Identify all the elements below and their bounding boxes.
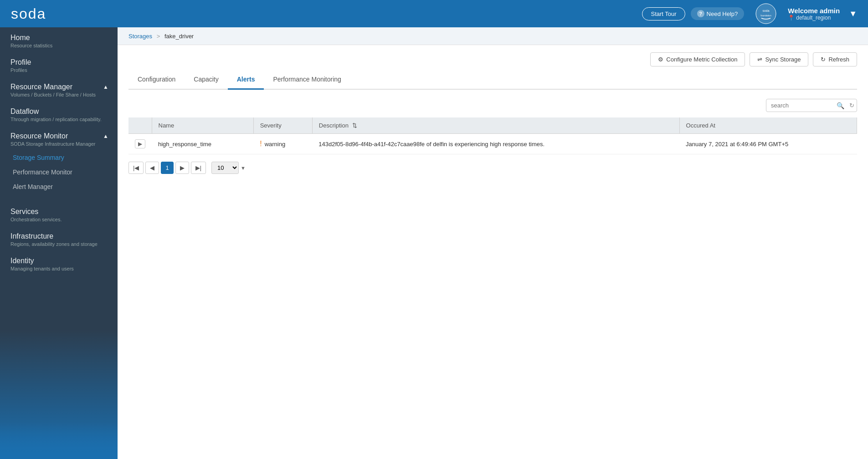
sidebar-item-resource-manager[interactable]: Resource Manager ▲ Volumes / Buckets / F… bbox=[0, 76, 118, 101]
pagination: |◀ ◀ 1 ▶ ▶| 10 20 50 100 ▼ bbox=[128, 162, 857, 174]
question-icon: ? bbox=[697, 10, 704, 17]
alerts-table: Name Severity Description ⇅ Occured At ▶ bbox=[128, 117, 857, 154]
sidebar-item-dataflow[interactable]: Dataflow Through migration / replication… bbox=[0, 101, 118, 126]
content-area: ⚙ Configure Metric Collection ⇌ Sync Sto… bbox=[118, 45, 868, 459]
sidebar-services-title: Services bbox=[10, 208, 108, 216]
sidebar-sub-performance-monitor[interactable]: Performance Monitor bbox=[0, 165, 118, 179]
prev-page-button[interactable]: ◀ bbox=[145, 162, 159, 174]
chevron-up-icon: ▲ bbox=[103, 84, 108, 90]
svg-text:soda: soda bbox=[763, 9, 770, 12]
sidebar-services-subtitle: Orchestration services. bbox=[10, 217, 108, 222]
sort-icon[interactable]: ⇅ bbox=[352, 122, 357, 129]
search-button[interactable]: 🔍 bbox=[837, 102, 844, 109]
breadcrumb-current: fake_driver bbox=[164, 33, 194, 40]
sidebar-profile-subtitle: Profiles bbox=[10, 67, 108, 73]
breadcrumb: Storages > fake_driver bbox=[128, 33, 194, 40]
col-description: Description ⇅ bbox=[312, 117, 679, 134]
main-layout: Home Resource statistics Profile Profile… bbox=[0, 27, 868, 459]
page-1-button[interactable]: 1 bbox=[161, 162, 173, 174]
page-size-select[interactable]: 10 20 50 100 bbox=[211, 162, 239, 174]
sidebar-resource-manager-title: Resource Manager ▲ bbox=[10, 83, 108, 91]
refresh-button[interactable]: ↻ Refresh bbox=[813, 52, 857, 66]
col-name: Name bbox=[152, 117, 253, 134]
configure-metric-button[interactable]: ⚙ Configure Metric Collection bbox=[650, 52, 745, 66]
sync-icon: ⇌ bbox=[757, 56, 762, 63]
sidebar-resource-monitor-subtitle: SODA Storage Infrastructure Manager bbox=[10, 141, 108, 147]
table-toolbar: 🔍 ↻ bbox=[128, 99, 857, 112]
location-icon: 📍 bbox=[788, 15, 795, 21]
svg-text:foundation: foundation bbox=[761, 14, 772, 17]
col-severity: Severity bbox=[253, 117, 312, 134]
dropdown-arrow: ▼ bbox=[241, 165, 246, 171]
app-header: soda Start Tour ? Need Help? soda founda… bbox=[0, 0, 868, 27]
cell-name: high_response_time bbox=[152, 134, 253, 154]
sidebar-resource-manager-subtitle: Volumes / Buckets / File Share / Hosts bbox=[10, 92, 108, 97]
app-logo: soda bbox=[11, 5, 46, 22]
welcome-text: Welcome admin bbox=[788, 7, 840, 15]
table-header: Name Severity Description ⇅ Occured At bbox=[128, 117, 857, 134]
cell-description: 143d2f05-8d96-4f4b-a41f-42c7caae98fe of … bbox=[312, 134, 679, 154]
sidebar-infrastructure-title: Infrastructure bbox=[10, 232, 108, 240]
tab-alerts[interactable]: Alerts bbox=[228, 70, 264, 90]
refresh-search-button[interactable]: ↻ bbox=[849, 102, 854, 109]
sidebar-sub-alert-manager[interactable]: Alert Manager bbox=[0, 179, 118, 194]
top-actions: ⚙ Configure Metric Collection ⇌ Sync Sto… bbox=[128, 45, 857, 70]
search-wrapper: 🔍 ↻ bbox=[766, 99, 857, 112]
col-occurred-at: Occured At bbox=[679, 117, 857, 134]
sidebar-item-resource-monitor[interactable]: Resource Monitor ▲ SODA Storage Infrastr… bbox=[0, 126, 118, 150]
svg-point-0 bbox=[756, 4, 776, 24]
col-expand bbox=[128, 117, 152, 134]
table-body: ▶ high_response_time ! warning 143d2f05-… bbox=[128, 134, 857, 154]
tab-configuration[interactable]: Configuration bbox=[128, 70, 185, 90]
region-text: 📍 default_region bbox=[788, 15, 840, 21]
sidebar-dataflow-title: Dataflow bbox=[10, 107, 108, 116]
table-row: ▶ high_response_time ! warning 143d2f05-… bbox=[128, 134, 857, 154]
sidebar: Home Resource statistics Profile Profile… bbox=[0, 27, 118, 459]
sidebar-infrastructure-subtitle: Regions, availability zones and storage bbox=[10, 241, 108, 247]
sidebar-item-home[interactable]: Home Resource statistics bbox=[0, 27, 118, 52]
sidebar-home-title: Home bbox=[10, 34, 108, 42]
start-tour-button[interactable]: Start Tour bbox=[642, 7, 685, 20]
sidebar-home-subtitle: Resource statistics bbox=[10, 43, 108, 48]
sidebar-dataflow-subtitle: Through migration / replication capabili… bbox=[10, 117, 108, 122]
cell-occurred-at: January 7, 2021 at 6:49:46 PM GMT+5 bbox=[679, 134, 857, 154]
tabs: Configuration Capacity Alerts Performanc… bbox=[128, 70, 857, 90]
sidebar-item-services[interactable]: Services Orchestration services. bbox=[0, 201, 118, 226]
gear-icon: ⚙ bbox=[658, 56, 663, 63]
expand-row-button[interactable]: ▶ bbox=[135, 139, 145, 148]
first-page-button[interactable]: |◀ bbox=[128, 162, 144, 174]
next-page-button[interactable]: ▶ bbox=[175, 162, 189, 174]
breadcrumb-parent[interactable]: Storages bbox=[128, 33, 152, 40]
header-actions: Start Tour ? Need Help? soda foundation … bbox=[642, 3, 857, 25]
sidebar-item-identity[interactable]: Identity Managing tenants and users bbox=[0, 250, 118, 275]
sidebar-resource-monitor-title: Resource Monitor ▲ bbox=[10, 132, 108, 140]
tab-capacity[interactable]: Capacity bbox=[185, 70, 227, 90]
sidebar-item-profile[interactable]: Profile Profiles bbox=[0, 52, 118, 76]
chevron-up-icon-monitor: ▲ bbox=[103, 133, 108, 139]
need-help-button[interactable]: ? Need Help? bbox=[691, 7, 745, 20]
cell-severity: ! warning bbox=[253, 134, 312, 154]
tab-performance-monitoring[interactable]: Performance Monitoring bbox=[264, 70, 350, 90]
sync-storage-button[interactable]: ⇌ Sync Storage bbox=[750, 52, 808, 66]
soda-foundation-logo: soda foundation bbox=[755, 3, 777, 25]
refresh-icon: ↻ bbox=[821, 56, 826, 63]
cell-expand: ▶ bbox=[128, 134, 152, 154]
user-menu-chevron[interactable]: ▼ bbox=[849, 9, 857, 19]
warning-icon: ! bbox=[260, 140, 262, 148]
sidebar-identity-subtitle: Managing tenants and users bbox=[10, 266, 108, 271]
sidebar-item-infrastructure[interactable]: Infrastructure Regions, availability zon… bbox=[0, 226, 118, 250]
sidebar-identity-title: Identity bbox=[10, 257, 108, 265]
sidebar-sub-storage-summary[interactable]: Storage Summary bbox=[0, 150, 118, 165]
sidebar-profile-title: Profile bbox=[10, 58, 108, 66]
breadcrumb-bar: Storages > fake_driver bbox=[118, 27, 868, 45]
last-page-button[interactable]: ▶| bbox=[191, 162, 206, 174]
main-content: Storages > fake_driver ⚙ Configure Metri… bbox=[118, 27, 868, 459]
user-info: Welcome admin 📍 default_region bbox=[788, 7, 840, 21]
breadcrumb-separator: > bbox=[157, 33, 160, 40]
